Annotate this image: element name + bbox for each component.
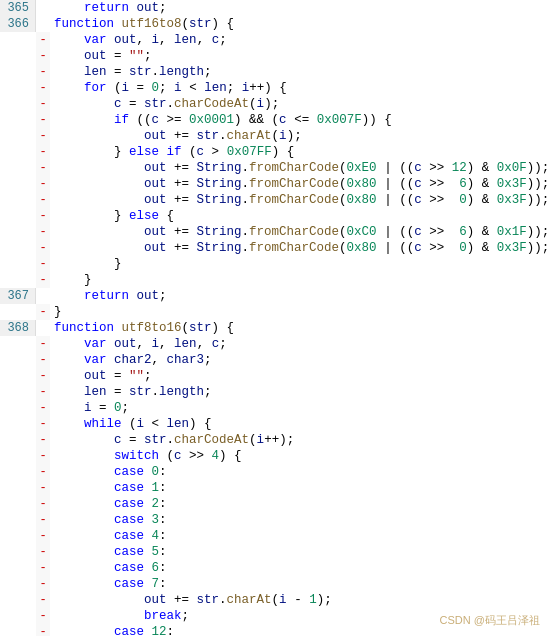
line-content: len = str.length; (50, 384, 548, 400)
line-dash: - (36, 368, 50, 384)
table-row: - } else { (0, 208, 548, 224)
line-dash: - (36, 80, 50, 96)
line-dash: - (36, 192, 50, 208)
table-row: - len = str.length; (0, 64, 548, 80)
table-row: - case 6: (0, 560, 548, 576)
table-row: - out = ""; (0, 48, 548, 64)
line-content: case 7: (50, 576, 548, 592)
line-dash: - (36, 272, 50, 288)
table-row: - case 3: (0, 512, 548, 528)
line-dash: - (36, 576, 50, 592)
line-content: case 1: (50, 480, 548, 496)
line-dash: - (36, 336, 50, 352)
line-content: i = 0; (50, 400, 548, 416)
line-content: out += String.fromCharCode(0x80 | ((c >>… (50, 192, 548, 208)
line-content: case 6: (50, 560, 548, 576)
line-content: out += String.fromCharCode(0xE0 | ((c >>… (50, 160, 548, 176)
line-content: while (i < len) { (50, 416, 548, 432)
line-dash: - (36, 208, 50, 224)
line-content: case 2: (50, 496, 548, 512)
table-row: - out = ""; (0, 368, 548, 384)
line-dash: - (36, 160, 50, 176)
line-content: } else if (c > 0x07FF) { (50, 144, 548, 160)
line-content: function utf16to8(str) { (50, 16, 548, 32)
table-row: - out += String.fromCharCode(0x80 | ((c … (0, 240, 548, 256)
line-dash: - (36, 528, 50, 544)
line-dash: - (36, 144, 50, 160)
line-dash: - (36, 128, 50, 144)
line-number: 365 (0, 0, 36, 16)
line-content: switch (c >> 4) { (50, 448, 548, 464)
table-row: - len = str.length; (0, 384, 548, 400)
line-content: case 5: (50, 544, 548, 560)
line-dash: - (36, 400, 50, 416)
table-row: - c = str.charCodeAt(i++); (0, 432, 548, 448)
table-row: - out += String.fromCharCode(0xE0 | ((c … (0, 160, 548, 176)
line-content: c = str.charCodeAt(i); (50, 96, 548, 112)
table-row: - case 5: (0, 544, 548, 560)
line-content: out += String.fromCharCode(0xC0 | ((c >>… (50, 224, 548, 240)
line-content: var out, i, len, c; (50, 336, 548, 352)
line-dash: - (36, 304, 50, 320)
line-content: case 4: (50, 528, 548, 544)
table-row: - case 1: (0, 480, 548, 496)
table-row: - case 7: (0, 576, 548, 592)
line-dash: - (36, 64, 50, 80)
table-row: - var out, i, len, c; (0, 32, 548, 48)
table-row: 365 return out; (0, 0, 548, 16)
table-row: -} (0, 304, 548, 320)
table-row: - switch (c >> 4) { (0, 448, 548, 464)
table-row: - c = str.charCodeAt(i); (0, 96, 548, 112)
line-dash: - (36, 96, 50, 112)
line-content: return out; (50, 0, 548, 16)
code-lines: 365 return out;366function utf16to8(str)… (0, 0, 548, 636)
line-dash: - (36, 496, 50, 512)
line-content: var char2, char3; (50, 352, 548, 368)
line-content: out += str.charAt(i - 1); (50, 592, 548, 608)
line-content: } (50, 272, 548, 288)
line-dash: - (36, 240, 50, 256)
table-row: - for (i = 0; i < len; i++) { (0, 80, 548, 96)
line-content: c = str.charCodeAt(i++); (50, 432, 548, 448)
line-content: return out; (50, 288, 548, 304)
line-dash: - (36, 608, 50, 624)
line-dash: - (36, 384, 50, 400)
line-dash: - (36, 176, 50, 192)
line-content: case 0: (50, 464, 548, 480)
table-row: 366function utf16to8(str) { (0, 16, 548, 32)
line-dash: - (36, 416, 50, 432)
line-content: } (50, 304, 548, 320)
watermark: CSDN @码王吕泽祖 (440, 613, 540, 628)
table-row: - case 4: (0, 528, 548, 544)
table-row: - case 2: (0, 496, 548, 512)
line-content: case 3: (50, 512, 548, 528)
line-dash: - (36, 544, 50, 560)
line-content: out = ""; (50, 48, 548, 64)
line-dash: - (36, 480, 50, 496)
table-row: - var char2, char3; (0, 352, 548, 368)
line-content: out += str.charAt(i); (50, 128, 548, 144)
table-row: - } (0, 272, 548, 288)
line-content: } else { (50, 208, 548, 224)
table-row: - case 0: (0, 464, 548, 480)
table-row: - i = 0; (0, 400, 548, 416)
line-dash: - (36, 32, 50, 48)
line-content: len = str.length; (50, 64, 548, 80)
line-content: out = ""; (50, 368, 548, 384)
table-row: - } (0, 256, 548, 272)
line-dash: - (36, 464, 50, 480)
line-content: for (i = 0; i < len; i++) { (50, 80, 548, 96)
line-content: function utf8to16(str) { (50, 320, 548, 336)
table-row: 367 return out; (0, 288, 548, 304)
line-dash: - (36, 256, 50, 272)
line-content: out += String.fromCharCode(0x80 | ((c >>… (50, 240, 548, 256)
table-row: - out += String.fromCharCode(0xC0 | ((c … (0, 224, 548, 240)
line-content: out += String.fromCharCode(0x80 | ((c >>… (50, 176, 548, 192)
line-dash: - (36, 112, 50, 128)
line-dash: - (36, 432, 50, 448)
line-dash: - (36, 48, 50, 64)
table-row: - out += str.charAt(i - 1); (0, 592, 548, 608)
line-dash: - (36, 560, 50, 576)
line-dash: - (36, 352, 50, 368)
line-number: 367 (0, 288, 36, 304)
